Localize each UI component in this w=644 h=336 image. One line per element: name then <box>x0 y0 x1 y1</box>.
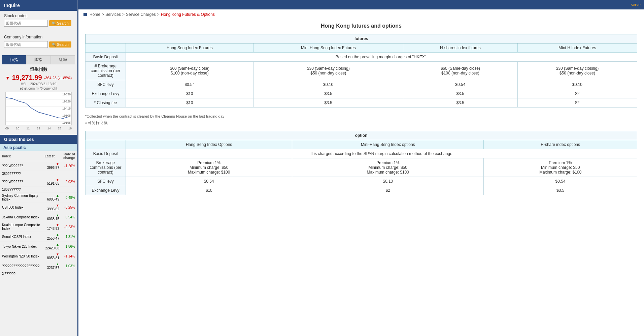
index-name: Wellington NZX 50 Index <box>0 251 43 261</box>
options-brokerage-hshares: Premium 1%Minimum charge: $50Maximum cha… <box>484 158 637 177</box>
futures-col1: Hang Seng Index Futures <box>126 43 254 53</box>
index-latest <box>43 187 61 193</box>
indices-row: Kuala Lumpur Composite Index▼ 1743.93-0.… <box>0 222 77 232</box>
index-name: ???????????????????? <box>0 261 43 271</box>
indices-row: Seoul KOSPI Index▲ 2556.471.31% <box>0 232 77 242</box>
hsi-datetime: 2024/05/21 13:19 <box>30 82 56 86</box>
futures-row-exchange-levy: Exchange Levy $10 $3.5 $3.5 $2 <box>86 89 637 98</box>
index-name: Tokyo Nikkei 225 Index <box>0 242 43 251</box>
stock-quotes-section: Stock quotes 🔍 Search <box>0 11 77 32</box>
company-info-label: Company information <box>4 35 73 39</box>
futures-col0 <box>86 43 126 53</box>
futures-closing-fee-hsi: $10 <box>126 98 254 108</box>
index-name: Jakarta Composite Index <box>0 212 43 222</box>
options-row-brokerage: Brokerage commissions (per contract) Pre… <box>86 158 637 177</box>
index-change <box>61 187 77 193</box>
page-title: Hong Kong futures and options <box>85 23 637 29</box>
index-change: -1.26% <box>61 161 77 171</box>
stock-quotes-label: Stock quotes <box>4 13 73 18</box>
options-deposit-label: Basic Deposit <box>86 149 126 158</box>
futures-table: futures Hang Seng Index Futures Mini-Han… <box>85 34 637 108</box>
breadcrumb-icon <box>83 13 87 16</box>
futures-sfc-mini-hsi: $0.10 <box>253 80 403 89</box>
futures-col4: Mini-H Index Futures <box>517 43 637 53</box>
indices-row: Wellington NZX 50 Index▼ 8053.81-1.14% <box>0 251 77 261</box>
futures-sfc-mini-h: $0.10 <box>517 80 637 89</box>
serve-label: serve <box>631 2 641 7</box>
search-icon: 🔍 <box>52 22 56 25</box>
hsi-chart: 19636 19526 19415 19305 19195 <box>5 92 72 125</box>
options-row-deposit: Basic Deposit It is charged according to… <box>86 149 637 158</box>
index-change: -0.23% <box>61 222 77 232</box>
futures-section-header: futures <box>86 34 637 43</box>
breadcrumb-home[interactable]: Home <box>90 12 100 17</box>
breadcrumb-services[interactable]: Services <box>105 12 121 17</box>
futures-sfc-hshares: $0.54 <box>403 80 517 89</box>
futures-brokerage-mini-h: $30 (Same-day closing)$50 (non-day close… <box>517 62 637 80</box>
breadcrumb: Home > Services > Service Charges > Hong… <box>78 9 644 20</box>
index-change: 0.54% <box>61 212 77 222</box>
breadcrumb-service-charges[interactable]: Service Charges <box>126 12 156 17</box>
index-tabs: 恒指 國指 紅籌 <box>2 55 75 64</box>
breadcrumb-sep2: > <box>122 12 125 17</box>
options-sfc-hshares: $0.54 <box>484 177 637 186</box>
sidebar-inquire-header: Inquire <box>0 0 77 11</box>
stock-search-btn-label: Search <box>57 21 69 25</box>
index-latest: ▲ 6005.49 <box>43 193 61 203</box>
futures-exchange-levy-hshares: $3.5 <box>403 89 517 98</box>
indices-row: CSI 300 Index▼ 3996.62-0.25% <box>0 203 77 212</box>
col-index-header: index <box>0 151 43 161</box>
indices-row: 180??????? <box>0 187 77 193</box>
page-content: Hong Kong futures and options futures Ha… <box>78 20 644 205</box>
options-sfc-hsi: $0.54 <box>126 177 292 186</box>
stock-search-button[interactable]: 🔍 Search <box>49 20 71 26</box>
index-latest: ▼ 3996.62 <box>43 203 61 212</box>
options-sfc-mini-hsi: $0.10 <box>292 177 484 186</box>
hsi-copyright: etnet.com.hk © copyright <box>3 87 74 90</box>
indices-row: 380??????? <box>0 171 77 177</box>
futures-exchange-levy-mini-h: $2 <box>517 89 637 98</box>
futures-sfc-label: SFC levy <box>86 80 126 89</box>
index-change: 0.49% <box>61 193 77 203</box>
company-search-row: 🔍 Search <box>4 41 73 48</box>
futures-brokerage-label: # Brokerage commission (per contract) <box>86 62 126 80</box>
options-section-header: option <box>86 131 637 140</box>
hsi-value: 19,271.99 <box>12 74 42 82</box>
futures-brokerage-mini-hsi: $30 (Same-day closing)$50 (non-day close… <box>253 62 403 80</box>
index-change: 1.31% <box>61 232 77 242</box>
stock-search-input[interactable] <box>4 20 48 27</box>
hsi-change: -364.23 (-1.85%) <box>44 76 72 80</box>
futures-exchange-levy-mini-hsi: $3.5 <box>253 89 403 98</box>
col-rate-header: Rate ofchange <box>61 151 77 161</box>
company-search-input[interactable] <box>4 41 48 48</box>
futures-deposit-label: Basic Deposit <box>86 53 126 62</box>
futures-footnote2: #可另行商議 <box>85 120 637 126</box>
tab-hsi[interactable]: 恒指 <box>2 55 26 64</box>
index-latest: ▼ 1743.93 <box>43 222 61 232</box>
futures-brokerage-hshares: $60 (Same-day close)$100 (non-day close) <box>403 62 517 80</box>
futures-deposit-value: Based on the prevailing margin charges o… <box>126 53 637 62</box>
options-col0 <box>86 140 126 149</box>
options-col1: Hang Seng Index Options <box>126 140 292 149</box>
hsi-down-arrow-icon: ▼ <box>5 75 10 81</box>
options-brokerage-hsi: Premium 1%Minimum charge: $50Maximum cha… <box>126 158 292 177</box>
company-search-button[interactable]: 🔍 Search <box>49 41 71 48</box>
sidebar: Inquire Stock quotes 🔍 Search Company in… <box>0 0 77 336</box>
index-latest: ▲ 6038.15 <box>43 212 61 222</box>
index-latest: ▲ 3237.57 <box>43 261 61 271</box>
hsi-index-name: HSI <box>21 82 27 86</box>
index-change: -0.25% <box>61 203 77 212</box>
hsi-meta: HSI 2024/05/21 13:19 <box>3 82 74 86</box>
indices-row: ??? W??????▼ 3996.87-1.26% <box>0 161 77 171</box>
options-sfc-label: SFC levy <box>86 177 126 186</box>
futures-closing-fee-mini-h: $2 <box>517 98 637 108</box>
tab-red-chip[interactable]: 紅籌 <box>51 55 75 64</box>
options-brokerage-label: Brokerage commissions (per contract) <box>86 158 126 177</box>
indices-row: ????????????????????▲ 3237.571.03% <box>0 261 77 271</box>
index-name: ??? W?????? <box>0 177 43 187</box>
index-name: Sydney Common Equity Index <box>0 193 43 203</box>
tab-hhi[interactable]: 國指 <box>26 55 50 64</box>
index-latest: ▲ 2556.47 <box>43 232 61 242</box>
futures-closing-fee-label: * Closing fee <box>86 98 126 108</box>
options-deposit-value: It is charged according to the SPAN marg… <box>126 149 637 158</box>
